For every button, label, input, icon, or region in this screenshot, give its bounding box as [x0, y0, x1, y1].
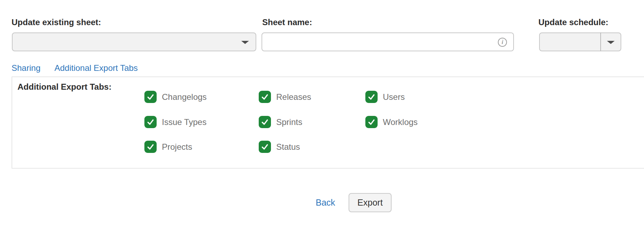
checkbox-sprints[interactable]: Sprints — [259, 116, 302, 128]
checkmark-icon — [365, 116, 378, 128]
checkbox-changelogs[interactable]: Changelogs — [144, 91, 207, 103]
select-divider — [600, 32, 601, 51]
update-schedule-select[interactable] — [539, 32, 621, 51]
checkbox-label: Sprints — [276, 117, 302, 127]
checkmark-icon — [259, 116, 271, 128]
checkbox-projects[interactable]: Projects — [144, 141, 192, 153]
checkbox-users[interactable]: Users — [365, 91, 405, 103]
checkbox-label: Changelogs — [162, 92, 207, 102]
checkmark-icon — [144, 91, 157, 103]
checkbox-status[interactable]: Status — [259, 141, 300, 153]
update-existing-sheet-select[interactable] — [12, 32, 256, 51]
checkmark-icon — [259, 141, 271, 153]
sheet-name-input[interactable] — [262, 33, 513, 51]
update-existing-sheet-label: Update existing sheet: — [12, 17, 101, 27]
checkmark-icon — [144, 141, 157, 153]
checkbox-label: Projects — [162, 142, 192, 152]
export-dialog: Update existing sheet: Sheet name: i Upd… — [0, 0, 644, 229]
checkmark-icon — [144, 116, 157, 128]
info-icon: i — [498, 38, 507, 47]
checkbox-label: Issue Types — [162, 117, 207, 127]
checkbox-label: Status — [276, 142, 300, 152]
sheet-name-field-wrap: i — [262, 32, 514, 51]
tab-additional-export-tabs[interactable]: Additional Export Tabs — [55, 63, 138, 73]
checkmark-icon — [259, 91, 271, 103]
tab-sharing[interactable]: Sharing — [12, 63, 41, 73]
checkbox-releases[interactable]: Releases — [259, 91, 311, 103]
caret-down-icon — [607, 41, 615, 44]
checkbox-label: Worklogs — [383, 117, 418, 127]
additional-export-tabs-panel-label: Additional Export Tabs: — [17, 82, 112, 92]
checkbox-label: Releases — [276, 92, 311, 102]
caret-down-icon — [241, 41, 249, 44]
sheet-name-label: Sheet name: — [262, 17, 312, 27]
update-schedule-label: Update schedule: — [538, 17, 608, 27]
checkbox-label: Users — [383, 92, 405, 102]
tab-bar: Sharing Additional Export Tabs — [12, 63, 138, 73]
checkbox-worklogs[interactable]: Worklogs — [365, 116, 418, 128]
checkbox-issue-types[interactable]: Issue Types — [144, 116, 207, 128]
checkmark-icon — [365, 91, 378, 103]
export-button[interactable]: Export — [349, 193, 392, 212]
back-link[interactable]: Back — [316, 198, 335, 208]
